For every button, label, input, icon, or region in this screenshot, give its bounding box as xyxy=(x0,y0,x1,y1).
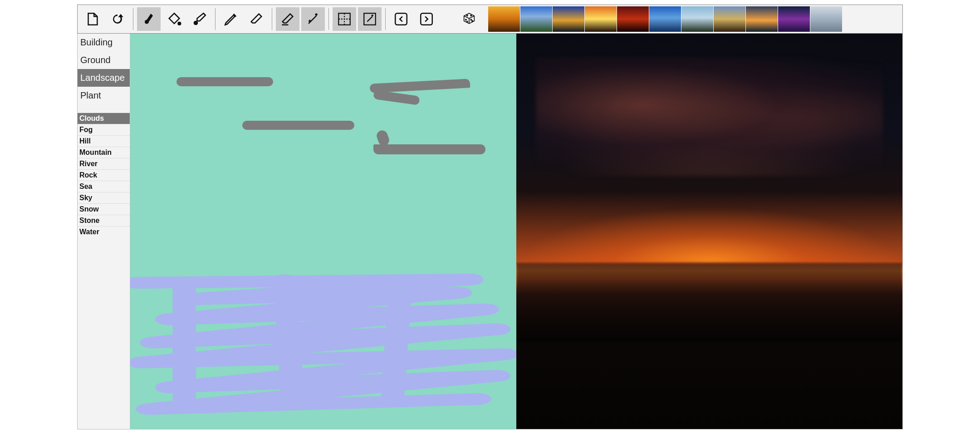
category-plant[interactable]: Plant xyxy=(78,87,130,104)
magic-wand-button[interactable] xyxy=(301,7,325,31)
pencil-button[interactable] xyxy=(219,7,243,31)
eraser-button[interactable] xyxy=(245,7,268,31)
fill-button[interactable] xyxy=(162,7,186,31)
category-landscape[interactable]: Landscape xyxy=(78,69,130,87)
subcategory-rock[interactable]: Rock xyxy=(78,169,130,181)
subcategory-sea[interactable]: Sea xyxy=(78,181,130,192)
sidebar: Building Ground Landscape Plant Clouds F… xyxy=(78,34,130,429)
style-thumb-3[interactable] xyxy=(553,6,584,32)
style-thumbnails xyxy=(488,6,843,32)
svg-point-0 xyxy=(178,22,181,25)
subcategory-list: Clouds Fog Hill Mountain River Rock Sea … xyxy=(78,113,130,237)
style-thumb-9[interactable] xyxy=(746,6,778,32)
svg-rect-5 xyxy=(421,13,432,25)
svg-point-7 xyxy=(470,15,471,16)
nav-next-button[interactable] xyxy=(415,7,438,31)
brush-button[interactable] xyxy=(137,7,161,31)
category-building[interactable]: Building xyxy=(78,34,130,51)
generated-image[interactable] xyxy=(516,34,902,429)
subcategory-sky[interactable]: Sky xyxy=(78,192,130,203)
style-thumb-8[interactable] xyxy=(714,6,745,32)
style-thumb-5[interactable] xyxy=(617,6,649,32)
svg-point-8 xyxy=(466,19,466,20)
eraser-icon xyxy=(249,11,264,27)
select-grid-icon xyxy=(337,11,352,27)
svg-point-10 xyxy=(470,19,471,20)
erase-area-icon xyxy=(280,11,295,27)
style-thumb-1[interactable] xyxy=(488,6,520,32)
canvases xyxy=(130,34,902,429)
erase-area-button[interactable] xyxy=(276,7,299,31)
reload-button[interactable] xyxy=(106,7,129,31)
subcategory-water[interactable]: Water xyxy=(78,226,130,237)
style-thumb-2[interactable] xyxy=(520,6,552,32)
toolbar xyxy=(77,5,903,34)
toolbar-divider xyxy=(133,8,133,30)
toolbar-divider xyxy=(215,8,216,30)
style-thumb-7[interactable] xyxy=(681,6,713,32)
select-magic-icon xyxy=(362,11,377,27)
subcategory-fog[interactable]: Fog xyxy=(78,124,130,135)
style-thumb-11[interactable] xyxy=(810,6,842,32)
magic-wand-icon xyxy=(305,11,321,27)
svg-rect-4 xyxy=(395,13,407,25)
svg-point-1 xyxy=(194,21,197,25)
pencil-icon xyxy=(223,11,239,27)
brush-icon xyxy=(141,11,157,27)
toolbar-divider xyxy=(272,8,272,30)
toolbar-divider xyxy=(385,8,386,30)
subcategory-mountain[interactable]: Mountain xyxy=(78,147,130,158)
reload-icon xyxy=(110,11,125,27)
nav-prev-button[interactable] xyxy=(389,7,413,31)
eyedropper-button[interactable] xyxy=(188,7,211,31)
style-thumb-10[interactable] xyxy=(778,6,810,32)
style-thumb-6[interactable] xyxy=(649,6,681,32)
new-canvas-icon xyxy=(84,11,100,27)
svg-point-11 xyxy=(472,20,473,21)
select-magic-button[interactable] xyxy=(358,7,382,31)
workspace: Building Ground Landscape Plant Clouds F… xyxy=(77,34,903,429)
svg-point-6 xyxy=(467,15,468,16)
subcategory-snow[interactable]: Snow xyxy=(78,203,130,215)
style-thumb-4[interactable] xyxy=(585,6,617,32)
new-canvas-button[interactable] xyxy=(80,7,104,31)
arrow-left-icon xyxy=(393,11,409,27)
toolbar-divider xyxy=(328,8,329,30)
subcategory-clouds[interactable]: Clouds xyxy=(78,113,130,124)
subcategory-hill[interactable]: Hill xyxy=(78,135,130,147)
arrow-right-icon xyxy=(419,11,434,27)
water-scribble xyxy=(130,263,516,429)
dice-icon xyxy=(461,11,477,27)
eyedropper-icon xyxy=(192,11,207,27)
subcategory-stone[interactable]: Stone xyxy=(78,215,130,226)
category-ground[interactable]: Ground xyxy=(78,51,130,69)
random-style-button[interactable] xyxy=(457,7,481,31)
select-grid-button[interactable] xyxy=(333,7,356,31)
fill-icon xyxy=(167,11,182,27)
segmentation-canvas[interactable] xyxy=(130,34,516,429)
svg-point-9 xyxy=(467,21,468,22)
subcategory-river[interactable]: River xyxy=(78,158,130,169)
